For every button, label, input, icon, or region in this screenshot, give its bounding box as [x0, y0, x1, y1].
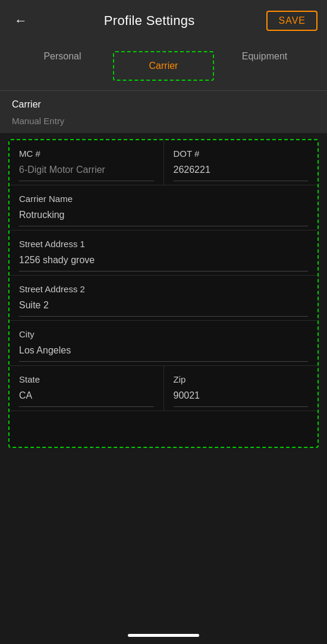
zip-value[interactable]: 90021 [174, 389, 309, 407]
street2-label: Street Address 2 [19, 284, 308, 294]
state-zip-row: State CA Zip 90021 [10, 366, 317, 411]
state-value[interactable]: CA [19, 389, 154, 407]
tab-bar: Personal Carrier Equipment [0, 42, 327, 91]
zip-label: Zip [174, 374, 309, 384]
street1-row: Street Address 1 1256 shady grove [10, 231, 317, 276]
home-indicator [128, 634, 199, 637]
city-label: City [19, 329, 308, 339]
carrier-name-label: Carrier Name [19, 194, 308, 204]
zip-field-col: Zip 90021 [164, 366, 318, 411]
street1-label: Street Address 1 [19, 239, 308, 249]
mc-label: MC # [19, 149, 154, 159]
carrier-name-row: Carrier Name Rotrucking [10, 185, 317, 231]
mc-value[interactable]: 6-Digit Motor Carrier [19, 163, 154, 181]
carrier-form: MC # 6-Digit Motor Carrier DOT # 2626221… [8, 139, 319, 448]
city-value[interactable]: Los Angeles [19, 344, 308, 362]
form-bottom-spacer [10, 411, 317, 447]
back-icon: ← [14, 13, 27, 28]
back-button[interactable]: ← [10, 8, 32, 33]
carrier-name-value[interactable]: Rotrucking [19, 209, 308, 226]
street2-row: Street Address 2 Suite 2 [10, 276, 317, 321]
city-row: City Los Angeles [10, 321, 317, 366]
tab-personal[interactable]: Personal [12, 42, 113, 90]
tab-carrier[interactable]: Carrier [113, 42, 214, 90]
street2-value[interactable]: Suite 2 [19, 299, 308, 317]
street1-value[interactable]: 1256 shady grove [19, 254, 308, 272]
mc-field-col: MC # 6-Digit Motor Carrier [10, 140, 164, 185]
manual-entry-label: Manual Entry [0, 112, 327, 133]
state-label: State [19, 374, 154, 384]
page-title: Profile Settings [104, 13, 195, 29]
carrier-section-label: Carrier [0, 91, 327, 112]
dot-field-col: DOT # 2626221 [164, 140, 318, 185]
dot-label: DOT # [174, 149, 309, 159]
state-field-col: State CA [10, 366, 164, 411]
save-button[interactable]: SAVE [266, 11, 317, 31]
tab-equipment[interactable]: Equipment [214, 42, 315, 90]
mc-dot-row: MC # 6-Digit Motor Carrier DOT # 2626221 [10, 140, 317, 185]
header: ← Profile Settings SAVE [0, 0, 327, 42]
dot-value[interactable]: 2626221 [174, 163, 309, 181]
